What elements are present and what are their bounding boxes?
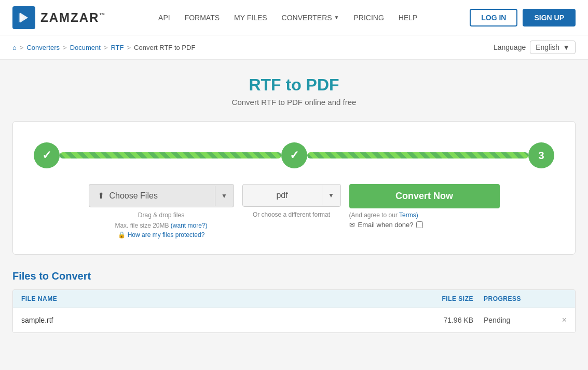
home-icon: ⌂ (12, 44, 17, 51)
converter-box: ✓ ✓ 3 ⬆ Choose Files ▼ (12, 121, 576, 255)
want-more-link[interactable]: (want more?) (171, 222, 208, 229)
protection-link[interactable]: How are my files protected? (128, 231, 205, 239)
breadcrumb-sep-1: > (20, 44, 24, 51)
convert-now-button[interactable]: Convert Now (349, 184, 500, 208)
email-row: ✉ Email when done? (349, 221, 500, 229)
page-subtitle: Convert RTF to PDF online and free (12, 98, 576, 107)
breadcrumb-sep-2: > (63, 44, 67, 51)
security-text: 🔒 How are my files protected? (118, 231, 205, 239)
email-label: Email when done? (358, 221, 414, 229)
step-connector-1 (60, 152, 281, 158)
language-selected: English (536, 43, 559, 51)
logo-area: ZAMZAR™ (12, 6, 106, 29)
nav-converters[interactable]: CONVERTERS ▼ (282, 14, 339, 22)
col-progress-header: PROGRESS (473, 295, 551, 302)
files-table-header: FILE NAME FILE SIZE PROGRESS (13, 290, 575, 308)
breadcrumb-bar: ⌂ > Converters > Document > RTF > Conver… (0, 35, 588, 60)
email-icon: ✉ (349, 221, 355, 229)
cell-progress: Pending (473, 316, 551, 324)
choose-files-main: ⬆ Choose Files (89, 184, 215, 207)
nav-my-files[interactable]: MY FILES (234, 14, 267, 22)
format-arrow-icon: ▼ (322, 186, 340, 205)
steps-row: ✓ ✓ 3 (34, 142, 554, 168)
upload-icon: ⬆ (98, 191, 104, 201)
nav-formats[interactable]: FORMATS (185, 14, 220, 22)
language-selector: Language English ▼ (494, 41, 576, 54)
max-size-text: Max. file size 20MB (want more?) (115, 222, 207, 229)
table-row: sample.rtf 71.96 KB Pending × (13, 308, 575, 333)
cell-filesize: 71.96 KB (421, 316, 473, 324)
converters-dropdown-arrow: ▼ (334, 15, 339, 20)
breadcrumb: ⌂ > Converters > Document > RTF > Conver… (12, 44, 195, 51)
choose-files-wrap: ⬆ Choose Files ▼ Drag & drop files Max. … (89, 184, 234, 239)
logo-icon (12, 6, 35, 29)
format-select-wrap: pdf ▼ Or choose a different format (242, 184, 341, 218)
step-connector-2 (307, 152, 529, 158)
controls-row: ⬆ Choose Files ▼ Drag & drop files Max. … (34, 184, 554, 239)
format-hint: Or choose a different format (242, 211, 341, 218)
terms-link[interactable]: Terms) (399, 212, 418, 219)
breadcrumb-current: Convert RTF to PDF (134, 44, 195, 51)
col-filesize-header: FILE SIZE (421, 295, 473, 302)
logo-text: ZAMZAR™ (40, 10, 106, 25)
choose-files-arrow-icon[interactable]: ▼ (215, 186, 234, 206)
step-3-circle: 3 (528, 142, 554, 168)
login-button[interactable]: LOG IN (470, 9, 517, 27)
page-title: RTF to PDF (12, 75, 576, 95)
breadcrumb-sep-3: > (104, 44, 108, 51)
remove-file-button[interactable]: × (551, 315, 567, 325)
step-1-check: ✓ (42, 149, 51, 162)
step-3-label: 3 (538, 150, 544, 162)
step-1-circle: ✓ (34, 142, 60, 168)
col-filename-header: FILE NAME (21, 295, 421, 302)
step-2-circle: ✓ (281, 142, 307, 168)
terms-row: (And agree to our Terms) (349, 212, 500, 219)
language-arrow-icon: ▼ (563, 43, 570, 51)
breadcrumb-converters[interactable]: Converters (26, 44, 60, 51)
format-value: pdf (243, 184, 322, 206)
files-table: FILE NAME FILE SIZE PROGRESS sample.rtf … (12, 289, 576, 333)
nav-buttons: LOG IN SIGN UP (470, 9, 576, 27)
email-checkbox[interactable] (416, 221, 423, 228)
step-2-check: ✓ (290, 149, 299, 162)
header: ZAMZAR™ API FORMATS MY FILES CONVERTERS … (0, 0, 588, 35)
home-link[interactable]: ⌂ (12, 44, 17, 51)
breadcrumb-rtf[interactable]: RTF (111, 44, 124, 51)
format-select[interactable]: pdf ▼ (242, 184, 341, 207)
drag-drop-text: Drag & drop files (138, 212, 184, 219)
convert-btn-wrap: Convert Now (And agree to our Terms) ✉ E… (349, 184, 500, 229)
lock-icon: 🔒 (118, 231, 126, 239)
files-section-title: Files to Convert (12, 270, 576, 282)
signup-button[interactable]: SIGN UP (523, 9, 576, 27)
language-label: Language (494, 43, 526, 51)
cell-filename: sample.rtf (21, 316, 421, 324)
files-title-highlight: Convert (52, 270, 91, 282)
nav-help[interactable]: HELP (399, 14, 418, 22)
main-content: RTF to PDF Convert RTF to PDF online and… (0, 60, 588, 349)
breadcrumb-document[interactable]: Document (70, 44, 101, 51)
nav-api[interactable]: API (158, 14, 170, 22)
language-dropdown[interactable]: English ▼ (530, 41, 576, 54)
main-nav: API FORMATS MY FILES CONVERTERS ▼ PRICIN… (158, 14, 417, 22)
choose-files-button[interactable]: ⬆ Choose Files ▼ (89, 184, 234, 207)
choose-files-label: Choose Files (110, 191, 158, 201)
breadcrumb-sep-4: > (127, 44, 131, 51)
nav-pricing[interactable]: PRICING (354, 14, 384, 22)
